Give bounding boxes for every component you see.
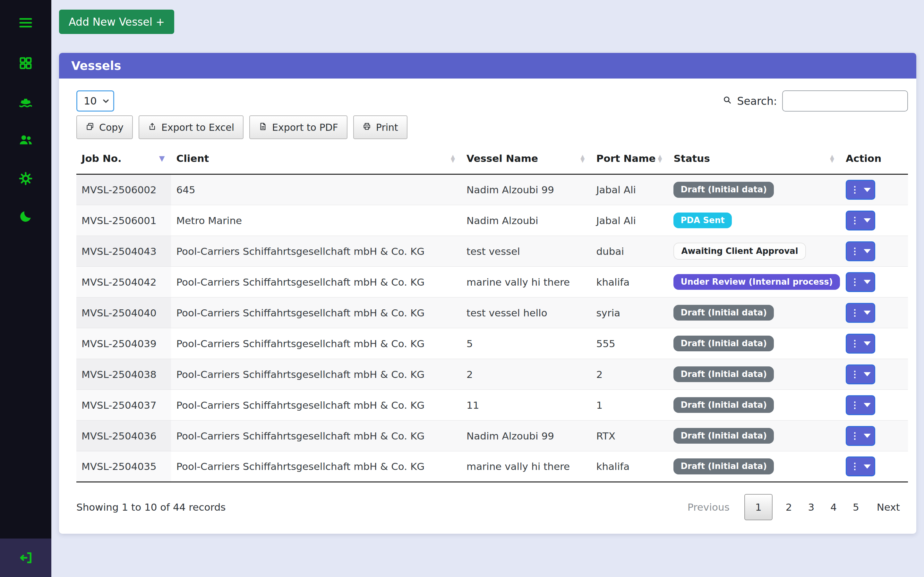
cell-client: Pool-Carriers Schiffahrtsgesellchaft mbH… bbox=[171, 390, 461, 421]
cell-job-no: MVSL-2504035 bbox=[76, 451, 171, 482]
print-button[interactable]: Print bbox=[353, 115, 407, 139]
pagination-page-current[interactable]: 1 bbox=[744, 494, 772, 520]
sort-desc-icon: ▼ bbox=[159, 155, 165, 162]
pagination-next[interactable]: Next bbox=[867, 501, 908, 513]
cell-job-no: MVSL-2504043 bbox=[76, 236, 171, 267]
row-actions-button[interactable]: ⋮ bbox=[846, 426, 875, 446]
dark-mode-icon[interactable] bbox=[19, 210, 33, 223]
pagination-page[interactable]: 2 bbox=[778, 501, 800, 513]
column-header-port-name[interactable]: Port Name▲▼ bbox=[591, 144, 668, 174]
table-row: MVSL-2504040Pool-Carriers Schiffahrtsges… bbox=[76, 298, 908, 328]
cell-job-no: MVSL-2504039 bbox=[76, 328, 171, 359]
logout-icon[interactable] bbox=[18, 550, 33, 565]
cell-action: ⋮ bbox=[841, 205, 908, 236]
cell-port-name: Jabal Ali bbox=[591, 205, 668, 236]
cell-action: ⋮ bbox=[841, 236, 908, 267]
table-row: MVSL-2506002645Nadim Alzoubi 99Jabal Ali… bbox=[76, 174, 908, 205]
table-row: MVSL-2504035Pool-Carriers Schiffahrtsges… bbox=[76, 451, 908, 482]
row-actions-button[interactable]: ⋮ bbox=[846, 211, 875, 230]
cell-status: Draft (Initial data) bbox=[668, 421, 841, 451]
caret-down-icon bbox=[864, 434, 871, 438]
cell-port-name: khalifa bbox=[591, 451, 668, 482]
column-label: Port Name bbox=[596, 153, 656, 164]
column-header-status[interactable]: Status▲▼ bbox=[668, 144, 841, 174]
vessels-panel: Vessels 10 Search: CopyExport bbox=[59, 53, 916, 534]
cell-action: ⋮ bbox=[841, 421, 908, 451]
ellipsis-vertical-icon: ⋮ bbox=[851, 216, 859, 225]
page-size-control: 10 bbox=[76, 90, 114, 111]
row-actions-button[interactable]: ⋮ bbox=[846, 180, 875, 200]
row-actions-button[interactable]: ⋮ bbox=[846, 303, 875, 323]
caret-down-icon bbox=[864, 188, 871, 192]
pagination-previous[interactable]: Previous bbox=[680, 501, 739, 513]
table-row: MVSL-2504038Pool-Carriers Schiffahrtsges… bbox=[76, 359, 908, 390]
caret-down-icon bbox=[864, 311, 871, 315]
ellipsis-vertical-icon: ⋮ bbox=[851, 247, 859, 256]
cell-port-name: 555 bbox=[591, 328, 668, 359]
status-badge: Draft (Initial data) bbox=[674, 335, 774, 351]
row-actions-button[interactable]: ⋮ bbox=[846, 272, 875, 292]
column-header-client[interactable]: Client▲▼ bbox=[171, 144, 461, 174]
export-excel-icon bbox=[148, 122, 157, 133]
ellipsis-vertical-icon: ⋮ bbox=[851, 370, 859, 379]
cell-status: Under Review (Internal process) bbox=[668, 267, 841, 298]
ellipsis-vertical-icon: ⋮ bbox=[851, 401, 859, 410]
cell-client: Metro Marine bbox=[171, 205, 461, 236]
table-row: MVSL-2504042Pool-Carriers Schiffahrtsges… bbox=[76, 267, 908, 298]
status-badge: Draft (Initial data) bbox=[674, 397, 774, 413]
cell-action: ⋮ bbox=[841, 390, 908, 421]
pagination-page[interactable]: 4 bbox=[822, 501, 845, 513]
cell-vessel-name: Nadim Alzoubi 99 bbox=[461, 421, 591, 451]
caret-down-icon bbox=[864, 280, 871, 284]
caret-down-icon bbox=[864, 403, 871, 407]
status-badge: Draft (Initial data) bbox=[674, 366, 774, 382]
column-header-job-no[interactable]: Job No.▼ bbox=[76, 144, 171, 174]
cell-client: 645 bbox=[171, 174, 461, 205]
row-actions-button[interactable]: ⋮ bbox=[846, 456, 875, 476]
row-actions-button[interactable]: ⋮ bbox=[846, 242, 875, 261]
pagination-page[interactable]: 5 bbox=[845, 501, 867, 513]
search-input[interactable] bbox=[782, 90, 908, 111]
pdf-button[interactable]: Export to PDF bbox=[249, 115, 347, 139]
status-badge: Draft (Initial data) bbox=[674, 428, 774, 444]
cell-status: Draft (Initial data) bbox=[668, 359, 841, 390]
row-actions-button[interactable]: ⋮ bbox=[846, 334, 875, 354]
cell-status: Awaiting Client Approval bbox=[668, 236, 841, 267]
ellipsis-vertical-icon: ⋮ bbox=[851, 432, 859, 440]
row-actions-button[interactable]: ⋮ bbox=[846, 395, 875, 415]
cell-client: Pool-Carriers Schiffahrtsgesellchaft mbH… bbox=[171, 267, 461, 298]
search-control: Search: bbox=[722, 90, 908, 111]
sort-icon: ▲▼ bbox=[830, 155, 834, 162]
settings-icon[interactable] bbox=[18, 171, 33, 186]
cell-action: ⋮ bbox=[841, 174, 908, 205]
pagination-page[interactable]: 3 bbox=[800, 501, 822, 513]
dashboard-icon[interactable] bbox=[19, 56, 33, 70]
copy-icon bbox=[86, 122, 94, 133]
sort-icon: ▲▼ bbox=[658, 155, 662, 162]
panel-header: Vessels bbox=[59, 53, 916, 79]
add-new-vessel-button[interactable]: Add New Vessel + bbox=[59, 10, 174, 34]
cell-port-name: Jabal Ali bbox=[591, 174, 668, 205]
menu-icon[interactable] bbox=[18, 15, 33, 31]
vessels-icon[interactable] bbox=[18, 93, 33, 109]
search-label: Search: bbox=[737, 95, 777, 107]
main-content: Add New Vessel + Vessels 10 Search: bbox=[51, 0, 924, 534]
caret-down-icon bbox=[864, 372, 871, 376]
copy-button[interactable]: Copy bbox=[76, 115, 133, 139]
clients-icon[interactable] bbox=[18, 132, 33, 148]
cell-vessel-name: Nadim Alzoubi 99 bbox=[461, 174, 591, 205]
sort-icon: ▲▼ bbox=[451, 155, 455, 162]
row-actions-button[interactable]: ⋮ bbox=[846, 364, 875, 384]
cell-job-no: MVSL-2504036 bbox=[76, 421, 171, 451]
column-header-action: Action bbox=[841, 144, 908, 174]
cell-job-no: MVSL-2506001 bbox=[76, 205, 171, 236]
caret-down-icon bbox=[864, 249, 871, 253]
cell-client: Pool-Carriers Schiffahrtsgesellchaft mbH… bbox=[171, 328, 461, 359]
page-size-select[interactable]: 10 bbox=[76, 90, 114, 111]
excel-button[interactable]: Export to Excel bbox=[139, 115, 244, 139]
table-row: MVSL-2504039Pool-Carriers Schiffahrtsges… bbox=[76, 328, 908, 359]
cell-client: Pool-Carriers Schiffahrtsgesellchaft mbH… bbox=[171, 451, 461, 482]
status-badge: Awaiting Client Approval bbox=[674, 243, 806, 260]
column-header-vessel-name[interactable]: Vessel Name▲▼ bbox=[461, 144, 591, 174]
ellipsis-vertical-icon: ⋮ bbox=[851, 308, 859, 318]
